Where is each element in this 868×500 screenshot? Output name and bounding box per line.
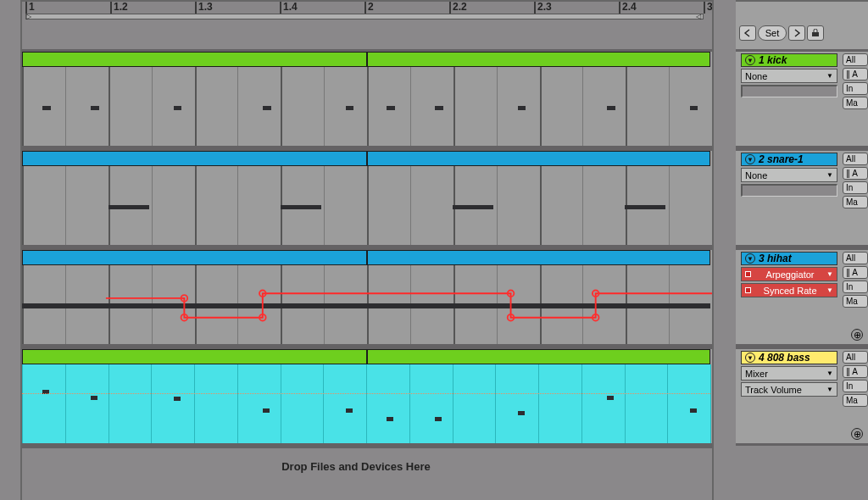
track-fold-toggle[interactable] [745,353,755,363]
clip-kick[interactable] [22,52,710,67]
io-button-0[interactable]: All [843,153,868,165]
track-panel-snare: 2 snare-1None▼All‖ AInMa [736,151,868,245]
prev-locator-button[interactable] [739,25,756,41]
midi-note[interactable] [174,106,182,110]
drop-files-zone[interactable]: Drop Files and Devices Here [0,446,712,484]
midi-note[interactable] [607,396,614,400]
track-header-bass[interactable]: 4 808 bass [741,351,837,364]
ruler-tick [364,2,366,14]
track-lane-bass: 4 808 bassMixer▼Track Volume▼All‖ AInMa⊕ [0,347,868,446]
device-chooser-bass[interactable]: Mixer▼ [741,366,837,381]
track-title-label: 1 kick [759,54,787,66]
device-chooser-snare[interactable]: None▼ [741,168,837,182]
midi-note[interactable] [108,205,150,209]
midi-note[interactable] [518,106,526,110]
io-button-0[interactable]: All [843,53,868,66]
chevron-down-icon: ▼ [826,369,833,377]
ruler-label: 1 [29,1,35,13]
add-automation-lane-button[interactable]: ⊕ [851,428,863,440]
io-button-2[interactable]: In [843,380,868,392]
midi-note[interactable] [435,106,443,110]
device-chooser-hihat[interactable]: Arpeggiator▼ [741,267,837,281]
midi-note[interactable] [263,408,270,413]
io-button-3[interactable]: Ma [843,295,868,308]
arrangement-overview-scrollbar[interactable]: ▷ ◁ [25,14,704,19]
param-chooser-hihat[interactable]: Synced Rate▼ [741,283,837,297]
lock-locators-button[interactable] [807,25,824,41]
set-locator-button[interactable]: Set [758,25,787,41]
ruler-label: 2.2 [453,1,467,13]
track-header-hihat[interactable]: 3 hihat [741,252,837,265]
param-chooser-bass[interactable]: Track Volume▼ [741,382,837,397]
track-panel-hihat: 3 hihatArpeggiator▼Synced Rate▼All‖ AInM… [736,250,868,344]
io-button-3[interactable]: Ma [843,394,868,407]
midi-note[interactable] [625,205,666,209]
clip-snare[interactable] [22,151,710,166]
io-button-1[interactable]: ‖ A [843,167,868,180]
midi-note[interactable] [263,106,271,110]
param-value-box[interactable] [741,85,837,97]
track-header-kick[interactable]: 1 kick [741,53,837,67]
io-button-3[interactable]: Ma [843,196,868,208]
ruler-tick [110,2,112,14]
midi-note[interactable] [518,411,525,415]
track-fold-toggle[interactable] [745,55,755,65]
next-locator-button[interactable] [788,25,805,41]
ruler-tick [280,2,281,14]
arrow-left-icon [743,29,752,37]
io-button-1[interactable]: ‖ A [843,365,868,378]
io-button-1[interactable]: ‖ A [843,68,868,81]
device-chooser-label: None [745,71,767,81]
track-fold-toggle[interactable] [745,154,755,164]
clip-hihat[interactable] [22,250,710,265]
io-button-2[interactable]: In [843,281,868,293]
lock-icon [811,29,820,37]
midi-note[interactable] [387,417,393,421]
midi-note[interactable] [281,205,322,209]
overview-scroll-right-icon[interactable]: ◁ [696,14,703,19]
io-button-3[interactable]: Ma [843,97,868,109]
add-automation-lane-button[interactable]: ⊕ [851,329,863,341]
device-chooser-kick[interactable]: None▼ [741,69,837,83]
track-title-label: 2 snare-1 [759,153,804,165]
track-panel-kick: 1 kickNone▼All‖ AInMa [736,52,868,146]
track-lane-hihat: 3 hihatArpeggiator▼Synced Rate▼All‖ AInM… [0,247,868,347]
midi-note[interactable] [91,396,97,400]
midi-note[interactable] [453,205,494,209]
midi-note[interactable] [387,106,395,110]
chevron-down-icon: ▼ [826,270,833,278]
midi-note[interactable] [607,106,615,110]
svg-rect-0 [812,32,819,36]
io-button-2[interactable]: In [843,181,868,194]
clip-bass[interactable] [22,349,710,364]
arrow-right-icon [793,29,801,37]
io-button-1[interactable]: ‖ A [843,266,868,279]
io-button-0[interactable]: All [843,252,868,264]
track-panel-bass: 4 808 bassMixer▼Track Volume▼All‖ AInMa⊕ [736,349,868,443]
chevron-down-icon: ▼ [826,72,833,80]
io-button-0[interactable]: All [843,351,868,364]
midi-note[interactable] [91,106,99,110]
chevron-down-icon: ▼ [826,386,833,393]
midi-note[interactable] [690,106,698,110]
io-button-2[interactable]: In [843,82,868,95]
device-chooser-label: None [745,170,767,181]
param-chooser-label: Track Volume [745,385,802,395]
midi-note[interactable] [346,408,353,413]
clip-content-bass[interactable] [22,364,710,443]
track-fold-toggle[interactable] [745,253,755,264]
ruler-tick [704,2,705,14]
ruler-tick [195,2,197,14]
overview-scroll-left-icon[interactable]: ▷ [26,14,33,19]
midi-note[interactable] [42,106,51,110]
midi-note[interactable] [174,397,181,401]
track-header-snare[interactable]: 2 snare-1 [741,153,837,166]
timeline-ruler[interactable]: 11.21.31.422.22.32.43 [0,2,736,14]
midi-note[interactable] [435,417,442,421]
track-lane-kick: 1 kickNone▼All‖ AInMa [0,49,868,148]
param-value-box[interactable] [741,184,837,197]
midi-note[interactable] [690,408,697,413]
arrangement-tracks-area: 1 kickNone▼All‖ AInMa2 snare-1None▼All‖ … [0,49,868,484]
midi-note[interactable] [346,106,354,110]
ruler-tick [449,2,451,14]
